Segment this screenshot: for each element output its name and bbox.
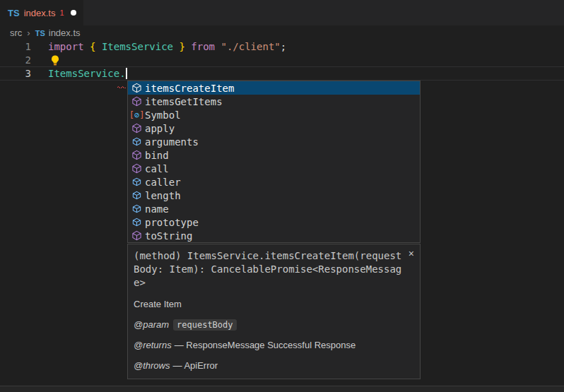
suggestion-item[interactable]: itemsCreateItem	[128, 81, 420, 95]
symbol-method-icon	[131, 150, 143, 161]
close-icon[interactable]: ×	[409, 249, 414, 259]
suggestion-label: Symbol	[145, 109, 181, 121]
suggestion-item[interactable]: call	[128, 162, 420, 175]
method-signature: (method) ItemsService.itemsCreateItem(re…	[134, 249, 405, 290]
symbol-field-icon	[131, 177, 143, 188]
symbol-method-icon	[131, 163, 143, 174]
code-token: {	[90, 41, 102, 52]
param-tag: @param	[134, 319, 169, 330]
code-token: }	[173, 41, 185, 52]
code-token: ItemsService.	[48, 68, 126, 79]
code-line-1: 1 import { ItemsService } from "./client…	[0, 40, 564, 54]
returns-tag: @returns	[134, 340, 172, 350]
suggestion-item[interactable]: bind	[128, 148, 420, 162]
symbol-field-icon	[131, 190, 143, 201]
chevron-right-icon: ›	[27, 28, 30, 38]
code-line-2: 2	[0, 54, 564, 67]
suggestion-item[interactable]: caller	[128, 175, 420, 189]
suggestion-item[interactable]: length	[128, 189, 420, 202]
text-cursor	[126, 68, 127, 79]
code-token: ;	[281, 41, 286, 52]
code-token: "./client"	[221, 41, 280, 52]
code-token: ItemsService	[102, 41, 173, 52]
doc-throws-row: @throws— ApiError	[134, 360, 414, 371]
suggestion-label: itemsGetItems	[145, 96, 223, 107]
typescript-file-icon: TS	[35, 29, 45, 37]
code-text: import { ItemsService } from "./client";	[48, 40, 286, 54]
suggest-widget: itemsCreateItem itemsGetItems [⊘] Symbol…	[127, 81, 421, 243]
returns-text: — ResponseMessage Successful Response	[175, 340, 356, 350]
suggestion-item[interactable]: itemsGetItems	[128, 95, 420, 108]
line-number: 1	[0, 40, 31, 54]
unsaved-changes-indicator-icon[interactable]	[71, 10, 76, 16]
suggestion-item[interactable]: arguments	[128, 135, 420, 148]
suggestion-label: caller	[145, 177, 181, 188]
suggestion-item[interactable]: toString	[128, 229, 420, 242]
tab-bar: TS index.ts 1	[0, 0, 564, 25]
suggestion-item[interactable]: prototype	[128, 215, 420, 229]
symbol-method-icon	[131, 123, 143, 134]
tab-index-ts[interactable]: TS index.ts 1	[0, 0, 83, 25]
suggestion-label: call	[145, 163, 169, 174]
vscode-window: TS index.ts 1 src › TS index.ts 1 import…	[0, 0, 564, 392]
panel-divider[interactable]	[0, 386, 564, 392]
symbol-method-icon	[131, 83, 143, 94]
line-number: 3	[0, 67, 31, 81]
suggestion-item[interactable]: [⊘] Symbol	[128, 108, 420, 121]
tab-label: index.ts	[24, 8, 56, 18]
param-name-chip: requestBody	[173, 319, 236, 331]
throws-tag: @throws	[134, 360, 170, 371]
code-token: import	[48, 41, 90, 52]
breadcrumb-file[interactable]: index.ts	[49, 28, 81, 38]
suggestion-label: name	[145, 203, 169, 215]
suggestion-item[interactable]: name	[128, 202, 420, 215]
suggestion-label: bind	[145, 150, 169, 161]
suggestion-label: apply	[145, 123, 175, 134]
symbol-field-icon	[131, 136, 143, 148]
symbol-field-icon	[131, 217, 143, 228]
suggestion-label: prototype	[145, 217, 199, 228]
breadcrumb-folder[interactable]: src	[10, 28, 22, 38]
suggestion-item[interactable]: apply	[128, 121, 420, 135]
symbol-constant-icon: [⊘]	[131, 109, 143, 121]
doc-returns-row: @returns— ResponseMessage Successful Res…	[134, 340, 414, 350]
line-number: 2	[0, 54, 31, 67]
suggestion-label: toString	[145, 230, 192, 242]
symbol-method-icon	[131, 96, 143, 107]
suggestion-label: itemsCreateItem	[145, 83, 234, 94]
symbol-method-icon	[131, 230, 143, 242]
throws-text: — ApiError	[173, 360, 218, 371]
typescript-file-icon: TS	[8, 8, 20, 18]
code-token: from	[185, 41, 221, 52]
suggest-docs-panel: (method) ItemsService.itemsCreateItem(re…	[127, 244, 421, 379]
symbol-field-icon	[131, 203, 143, 215]
suggestion-label: length	[145, 190, 181, 201]
suggestion-label: arguments	[145, 136, 199, 148]
breadcrumb: src › TS index.ts	[0, 25, 564, 40]
doc-param-row: @paramrequestBody	[134, 319, 414, 330]
code-line-3: 3 ItemsService.	[0, 67, 564, 81]
tab-error-count-badge: 1	[59, 8, 64, 17]
doc-description: Create Item	[134, 299, 414, 309]
